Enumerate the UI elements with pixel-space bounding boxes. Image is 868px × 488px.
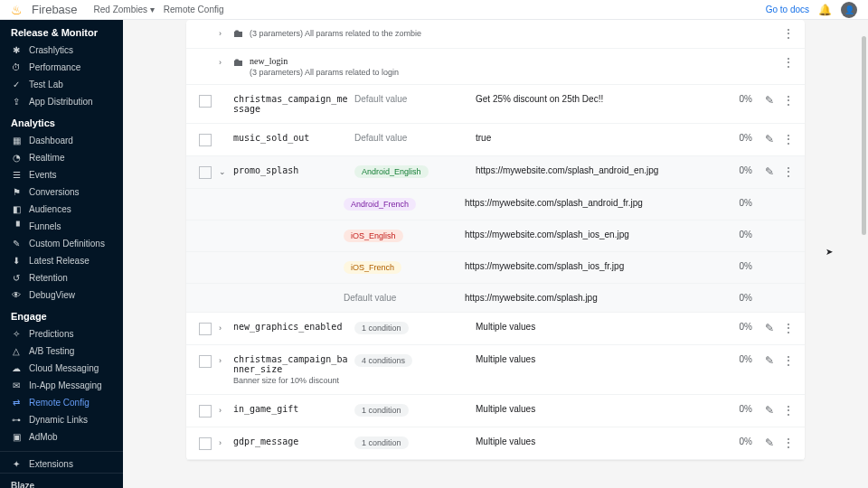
- sidebar-item[interactable]: ⚑Conversions: [0, 183, 123, 201]
- param-row: ›christmas_campaign_banner_sizeBanner si…: [186, 345, 805, 395]
- chevron-icon[interactable]: ›: [219, 356, 228, 365]
- param-variant-row: iOS_Englishhttps://mywebsite.com/splash_…: [186, 221, 805, 252]
- param-row: christmas_campaign_messageDefault valueG…: [186, 85, 805, 124]
- more-icon[interactable]: ⋮: [783, 354, 794, 367]
- sidebar-item-icon: ✧: [11, 329, 22, 339]
- sidebar-item-label: Latest Release: [29, 256, 90, 266]
- sidebar-item-icon: ⬇: [11, 256, 22, 266]
- firebase-brand: Firebase: [32, 3, 78, 16]
- notifications-icon[interactable]: 🔔: [818, 4, 832, 16]
- sidebar-item[interactable]: ◧Audiences: [0, 201, 123, 218]
- more-icon[interactable]: ⋮: [783, 133, 794, 145]
- condition-tag: 1 condition: [354, 322, 409, 334]
- param-variant-row: Default valuehttps://mywebsite.com/splas…: [186, 284, 805, 313]
- param-value: Multiple values: [476, 354, 722, 364]
- sidebar-item-label: In-App Messaging: [29, 380, 102, 390]
- sidebar-item-icon: ✎: [11, 239, 22, 249]
- condition-tag: iOS_French: [344, 261, 401, 274]
- checkbox[interactable]: [199, 437, 212, 450]
- variant-value: https://mywebsite.com/splash.jpg: [465, 293, 722, 303]
- chevron-icon[interactable]: ›: [219, 406, 228, 415]
- sidebar-item[interactable]: ⏱Performance: [0, 59, 123, 76]
- chevron-icon[interactable]: ⌄: [219, 167, 228, 176]
- edit-icon[interactable]: ✎: [765, 404, 774, 417]
- chevron-right-icon[interactable]: ›: [219, 29, 228, 38]
- param-value: Multiple values: [476, 436, 722, 446]
- sidebar-item[interactable]: ✉In-App Messaging: [0, 377, 123, 394]
- content-area: › 🖿 (3 parameters) All params related to…: [123, 20, 868, 488]
- sidebar-item[interactable]: ✎Custom Definitions: [0, 235, 123, 252]
- checkbox[interactable]: [199, 323, 212, 335]
- edit-icon[interactable]: ✎: [765, 94, 774, 107]
- param-name: promo_splash: [233, 165, 298, 175]
- sidebar-item[interactable]: ▦Dashboard: [0, 132, 123, 149]
- sidebar-item-icon: ⚑: [11, 187, 22, 197]
- more-icon[interactable]: ⋮: [783, 436, 794, 449]
- checkbox[interactable]: [199, 166, 212, 179]
- sidebar-extensions[interactable]: ✦Extensions: [0, 451, 123, 473]
- sidebar-item[interactable]: ⬇Latest Release: [0, 252, 123, 269]
- checkbox[interactable]: [199, 355, 212, 368]
- sidebar-item[interactable]: 👁︎DebugView: [0, 286, 123, 304]
- fetch-pct: 0%: [722, 94, 752, 104]
- chevron-icon[interactable]: ›: [219, 438, 228, 447]
- sidebar-item-icon: ◔: [11, 153, 22, 163]
- more-icon[interactable]: ⋮: [783, 56, 794, 69]
- sidebar-item[interactable]: ▣AdMob: [0, 428, 123, 446]
- sidebar-item[interactable]: ☰Events: [0, 166, 123, 183]
- cursor-icon: ➤: [826, 247, 833, 257]
- fetch-pct: 0%: [722, 354, 752, 364]
- edit-icon[interactable]: ✎: [765, 133, 774, 145]
- sidebar-item-icon: ▣: [11, 432, 22, 442]
- sidebar-item[interactable]: ⇪App Distribution: [0, 93, 123, 110]
- sidebar-item-icon: ✱: [11, 45, 22, 55]
- sidebar-item[interactable]: ▝Funnels: [0, 218, 123, 235]
- avatar[interactable]: 👤: [841, 2, 857, 18]
- checkbox[interactable]: [199, 405, 212, 418]
- breadcrumb[interactable]: Remote Config: [164, 5, 224, 14]
- edit-icon[interactable]: ✎: [765, 436, 774, 449]
- more-icon[interactable]: ⋮: [783, 27, 794, 40]
- fetch-pct: 0%: [722, 322, 752, 332]
- edit-icon[interactable]: ✎: [765, 354, 774, 367]
- param-name: new_graphics_enabled: [233, 322, 342, 332]
- checkbox[interactable]: [199, 134, 212, 146]
- sidebar-section: Analytics: [0, 110, 123, 132]
- more-icon[interactable]: ⋮: [783, 404, 794, 417]
- sidebar-item[interactable]: ✓Test Lab: [0, 76, 123, 93]
- param-row: ›new_graphics_enabled1 conditionMultiple…: [186, 313, 805, 345]
- param-name: christmas_campaign_message: [233, 94, 347, 114]
- more-icon[interactable]: ⋮: [783, 322, 794, 334]
- sidebar-item-icon: ▝: [11, 221, 22, 231]
- chevron-right-icon[interactable]: ›: [219, 58, 228, 67]
- sidebar-item-label: A/B Testing: [29, 346, 74, 356]
- chevron-icon[interactable]: ›: [219, 324, 228, 333]
- sidebar-item-icon: ✓: [11, 80, 22, 89]
- sidebar-item[interactable]: ✱Crashlytics: [0, 42, 123, 59]
- sidebar-item[interactable]: ◔Realtime: [0, 149, 123, 166]
- condition-tag: 4 conditions: [354, 354, 412, 367]
- param-name: christmas_campaign_banner_size: [233, 354, 347, 374]
- edit-icon[interactable]: ✎: [765, 322, 774, 334]
- sidebar-item[interactable]: ↺Retention: [0, 269, 123, 286]
- fetch-pct: 0%: [722, 293, 752, 303]
- sidebar-item-label: Cloud Messaging: [29, 363, 99, 373]
- scrollbar[interactable]: [862, 36, 866, 235]
- edit-icon[interactable]: ✎: [765, 165, 774, 178]
- sidebar-item[interactable]: ⊶Dynamic Links: [0, 411, 123, 428]
- sidebar-item[interactable]: △A/B Testing: [0, 343, 123, 360]
- project-selector[interactable]: Red Zombies ▾: [94, 5, 155, 14]
- sidebar-item[interactable]: ☁Cloud Messaging: [0, 360, 123, 377]
- sidebar-item-icon: ☰: [11, 170, 22, 180]
- sidebar-item-label: Custom Definitions: [29, 239, 105, 249]
- sidebar-item[interactable]: ⇄Remote Config: [0, 394, 123, 411]
- more-icon[interactable]: ⋮: [783, 94, 794, 107]
- more-icon[interactable]: ⋮: [783, 165, 794, 178]
- sidebar-item[interactable]: ✧Predictions: [0, 325, 123, 343]
- fetch-pct: 0%: [722, 230, 752, 239]
- param-name: music_sold_out: [233, 133, 309, 143]
- checkbox[interactable]: [199, 95, 212, 108]
- default-value-label: Default value: [354, 94, 407, 104]
- go-to-docs-link[interactable]: Go to docs: [766, 5, 809, 14]
- condition-tag: Android_French: [344, 198, 416, 211]
